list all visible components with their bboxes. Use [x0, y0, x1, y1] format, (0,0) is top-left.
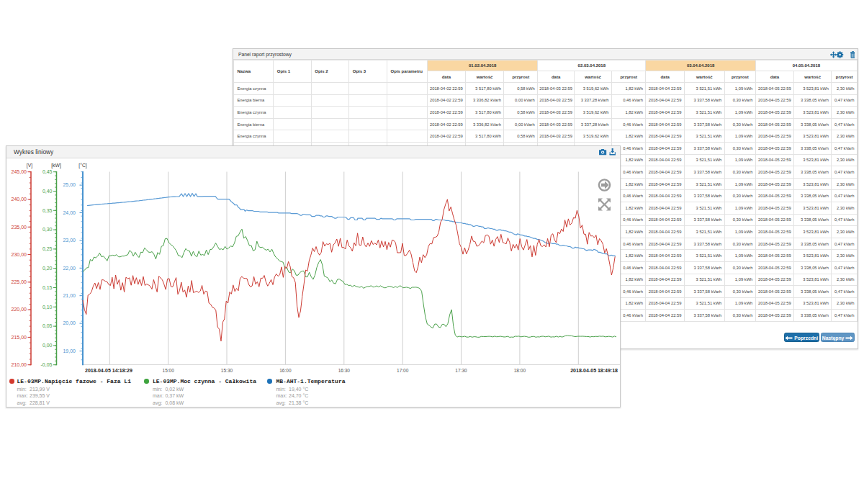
svg-text:15:00: 15:00 — [163, 368, 175, 373]
svg-text:210,00: 210,00 — [12, 361, 27, 366]
svg-text:220,00: 220,00 — [12, 307, 27, 312]
svg-text:0,00: 0,00 — [42, 343, 53, 348]
svg-text:0,30: 0,30 — [42, 227, 53, 232]
svg-text:25,00: 25,00 — [63, 182, 76, 187]
svg-text:2018-04-05 14:18:29: 2018-04-05 14:18:29 — [85, 368, 132, 373]
svg-text:16:00: 16:00 — [279, 368, 292, 373]
svg-text:0,20: 0,20 — [42, 266, 53, 271]
svg-text:0,40: 0,40 — [42, 188, 53, 193]
svg-text:18:00: 18:00 — [514, 368, 526, 373]
svg-text:24,00: 24,00 — [63, 210, 76, 215]
svg-text:-0,05: -0,05 — [41, 362, 53, 367]
svg-text:225,00: 225,00 — [12, 279, 27, 284]
svg-text:22,00: 22,00 — [63, 265, 76, 270]
svg-text:17:00: 17:00 — [397, 368, 409, 373]
svg-text:20,00: 20,00 — [63, 320, 76, 325]
svg-text:240,00: 240,00 — [12, 197, 27, 202]
svg-text:19,00: 19,00 — [63, 348, 76, 353]
svg-text:0,25: 0,25 — [42, 246, 53, 251]
svg-text:235,00: 235,00 — [12, 224, 27, 229]
svg-text:[V]: [V] — [27, 163, 32, 168]
svg-text:0,05: 0,05 — [42, 323, 53, 328]
svg-text:0,15: 0,15 — [42, 284, 53, 289]
svg-text:21,00: 21,00 — [63, 293, 76, 298]
svg-text:215,00: 215,00 — [12, 334, 27, 339]
svg-text:[kW]: [kW] — [51, 163, 61, 168]
svg-text:16:30: 16:30 — [338, 368, 351, 373]
svg-text:23,00: 23,00 — [63, 238, 76, 243]
svg-text:230,00: 230,00 — [12, 251, 27, 256]
svg-text:17:30: 17:30 — [455, 368, 467, 373]
svg-text:0,35: 0,35 — [42, 207, 53, 212]
svg-text:2018-04-05 18:49:18: 2018-04-05 18:49:18 — [570, 368, 618, 373]
svg-text:245,00: 245,00 — [12, 169, 27, 174]
svg-text:0,10: 0,10 — [42, 304, 53, 309]
svg-text:15:30: 15:30 — [221, 368, 233, 373]
svg-text:0,45: 0,45 — [42, 169, 53, 174]
svg-text:[°C]: [°C] — [78, 163, 87, 168]
